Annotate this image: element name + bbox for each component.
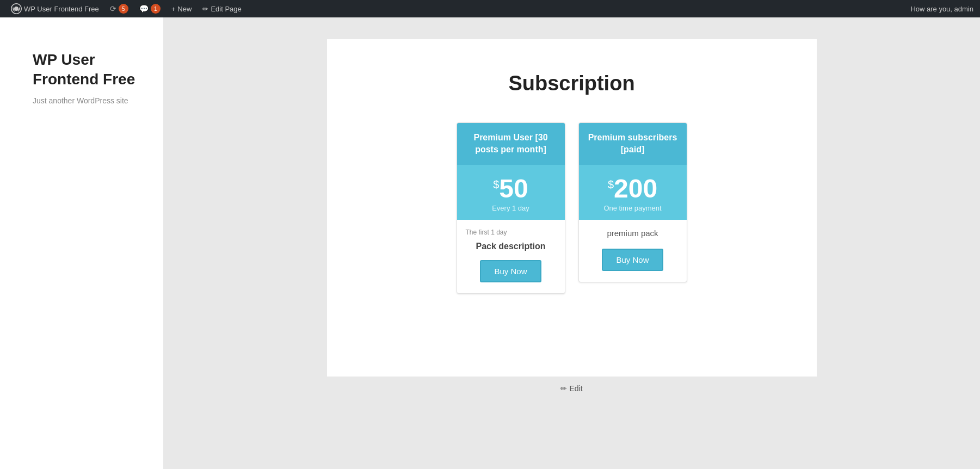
edit-link-bar: ✏ Edit	[327, 377, 817, 400]
card-1-body: The first 1 day Pack description Buy Now	[457, 220, 565, 293]
card-2-buy-button[interactable]: Buy Now	[602, 249, 663, 271]
admin-bar-left: WP User Frontend Free ⟳ 5 💬 1 + New ✏ Ed…	[7, 0, 246, 17]
subscription-card-1: Premium User [30 posts per month] $50 Ev…	[457, 122, 565, 294]
card-2-period: One time payment	[585, 204, 680, 212]
site-title: WP User Frontend Free	[33, 50, 141, 90]
wp-logo-link[interactable]: WP User Frontend Free	[7, 0, 103, 17]
wp-logo-icon	[11, 3, 22, 14]
card-1-description: Pack description	[466, 242, 556, 251]
card-2-price-value: 200	[614, 174, 657, 203]
page-wrapper: WP User Frontend Free Just another WordP…	[0, 17, 980, 469]
sidebar: WP User Frontend Free Just another WordP…	[0, 17, 163, 469]
edit-page-label: Edit Page	[211, 5, 241, 13]
edit-page-icon: ✏	[202, 5, 208, 13]
card-2-body: premium pack Buy Now	[579, 220, 687, 282]
edit-page-bottom-link[interactable]: ✏ Edit	[560, 384, 582, 393]
updates-icon: ⟳	[110, 4, 116, 13]
admin-bar: WP User Frontend Free ⟳ 5 💬 1 + New ✏ Ed…	[0, 0, 980, 17]
card-1-price-value: 50	[499, 174, 528, 203]
new-plus-icon: +	[171, 5, 176, 13]
card-1-header: Premium User [30 posts per month]	[457, 123, 565, 165]
card-2-price-symbol: $	[608, 178, 614, 190]
card-2-price-section: $200 One time payment	[579, 165, 687, 220]
site-tagline: Just another WordPress site	[33, 96, 141, 105]
card-1-price: $50	[464, 176, 558, 202]
card-2-price: $200	[585, 176, 680, 202]
new-link[interactable]: + New	[167, 0, 196, 17]
updates-count: 5	[119, 4, 128, 14]
content-area: Subscription Premium User [30 posts per …	[327, 39, 817, 377]
card-1-price-symbol: $	[493, 178, 499, 190]
edit-page-link[interactable]: ✏ Edit Page	[198, 0, 245, 17]
comments-icon: 💬	[139, 4, 149, 13]
card-1-buy-button[interactable]: Buy Now	[480, 260, 541, 282]
card-2-header: Premium subscribers [paid]	[579, 123, 687, 165]
edit-bottom-label: Edit	[569, 384, 582, 393]
card-1-price-section: $50 Every 1 day	[457, 165, 565, 220]
card-1-trial: The first 1 day	[466, 229, 556, 236]
card-1-period: Every 1 day	[464, 204, 558, 212]
comments-link[interactable]: 💬 1	[135, 0, 165, 17]
greeting-text: How are you, admin	[910, 5, 973, 13]
admin-greeting: How are you, admin	[910, 5, 973, 13]
new-label: New	[177, 5, 192, 13]
site-name-label: WP User Frontend Free	[24, 5, 99, 13]
edit-bottom-icon: ✏	[560, 384, 567, 393]
subscription-cards: Premium User [30 posts per month] $50 Ev…	[371, 122, 773, 294]
subscription-card-2: Premium subscribers [paid] $200 One time…	[578, 122, 687, 282]
main-content: Subscription Premium User [30 posts per …	[163, 17, 980, 469]
updates-link[interactable]: ⟳ 5	[106, 0, 133, 17]
comments-count: 1	[151, 4, 161, 14]
page-title: Subscription	[371, 72, 773, 95]
card-2-description: premium pack	[588, 229, 678, 238]
